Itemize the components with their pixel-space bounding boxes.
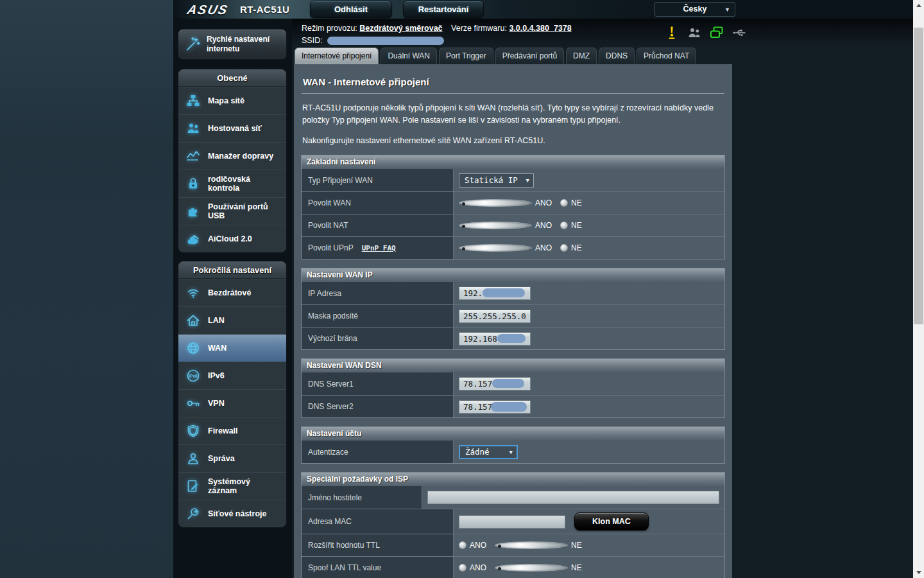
guest-network-icon (184, 119, 203, 137)
sidebar-item-wan[interactable]: WAN (178, 334, 286, 362)
language-select[interactable]: Česky (654, 2, 735, 17)
dns2-redaction-blur (491, 402, 527, 412)
scrollbar-thumb[interactable] (914, 28, 923, 324)
puzzle-piece-icon (184, 202, 203, 220)
sidebar-item-guest-network[interactable]: Hostovaná síť (178, 114, 286, 142)
enable-nat-yes-radio[interactable] (459, 222, 532, 229)
sidebar-item-label: Používání portů USB (208, 202, 278, 221)
ipv6-icon: IPv6 (184, 367, 203, 385)
person-icon (184, 450, 203, 468)
mac-address-input[interactable] (459, 515, 565, 529)
sidebar-item-vpn[interactable]: VPN (178, 389, 286, 417)
radio-yes-label: ANO (535, 221, 552, 230)
enable-upnp-yes-radio[interactable] (459, 244, 532, 252)
sidebar-item-network-map[interactable]: Mapa sítě (178, 87, 286, 114)
house-icon (184, 311, 203, 329)
firmware-version-link[interactable]: 3.0.0.4.380_7378 (509, 24, 571, 33)
sidebar-item-wireless[interactable]: Bezdrátové (178, 279, 286, 306)
sidebar-item-system-log[interactable]: Systémový záznam (178, 472, 286, 500)
wireless-clients-icon[interactable] (687, 25, 702, 40)
tab-internet-connection[interactable]: Internetové připojení (295, 48, 379, 64)
extend-ttl-no-radio[interactable] (495, 541, 568, 549)
tab-ddns[interactable]: DDNS (599, 48, 635, 64)
wired-clients-icon[interactable] (709, 25, 724, 40)
row-wan-connection-type: Typ Připojení WAN Statická IP (302, 169, 724, 191)
internet-status-warning-icon[interactable] (664, 25, 680, 40)
row-mac-address: Adresa MAC Klon MAC (302, 509, 724, 534)
sidebar-item-label: Firewall (208, 426, 238, 435)
scrollbar-down-arrow-icon[interactable] (913, 567, 924, 578)
sidebar-item-label: Síťové nástroje (208, 509, 266, 518)
quick-setup-label: Rychlé nastavení internetu (207, 35, 282, 54)
sidebar-item-label: LAN (208, 316, 225, 325)
sidebar-item-label: Správa (208, 454, 235, 463)
sidebar-item-firewall[interactable]: Firewall (178, 417, 286, 444)
status-header: Režim provozu: Bezdrátový směrovač Verze… (292, 19, 913, 48)
field-label: Jméno hostitele (302, 486, 422, 509)
sidebar-item-administration[interactable]: Správa (178, 444, 286, 472)
scrollbar-up-arrow-icon[interactable] (913, 0, 924, 11)
row-dns-server2: DNS Server2 (302, 395, 724, 417)
sidebar-item-label: Systémový záznam (208, 477, 275, 496)
spoof-ttl-yes-radio[interactable] (459, 564, 466, 572)
sidebar-item-traffic-manager[interactable]: Manažer dopravy (178, 142, 286, 170)
field-label: Spoof LAN TTL value (302, 557, 454, 578)
sidebar-item-network-tools[interactable]: Síťové nástroje (178, 500, 286, 527)
operation-mode-link[interactable]: Bezdrátový směrovač (359, 24, 442, 33)
tab-dmz[interactable]: DMZ (566, 48, 597, 64)
section-isp-requirements: Speciální požadavky od ISP Jméno hostite… (301, 472, 725, 578)
page-title: WAN - Internetové připojení (302, 64, 724, 94)
router-admin-app: ASUS RT-AC51U Odhlásit Restartování Česk… (173, 0, 913, 578)
ssid-label: SSID: (302, 36, 323, 45)
main-area: Režim provozu: Bezdrátový směrovač Verze… (292, 19, 913, 578)
router-model: RT-AC51U (240, 4, 289, 15)
radio-no-label: NE (571, 541, 582, 550)
logout-button[interactable]: Odhlásit (310, 1, 392, 18)
row-ip-address: IP Adresa (302, 282, 724, 304)
tab-port-forwarding[interactable]: Předávání portů (495, 48, 564, 64)
radio-no-label: NE (571, 221, 582, 230)
ip-redaction-blur (483, 288, 525, 297)
enable-wan-yes-radio[interactable] (459, 199, 532, 207)
radio-yes-label: ANO (535, 198, 552, 207)
sidebar-item-aicloud[interactable]: AiCloud 2.0 (178, 225, 286, 252)
field-label: IP Adresa (302, 282, 454, 304)
enable-nat-no-radio[interactable] (560, 222, 568, 229)
spoof-ttl-no-radio[interactable] (495, 564, 568, 572)
field-label: Povolit UPnP (308, 243, 354, 252)
padlock-icon (184, 175, 203, 193)
section-title: Nastavení WAN DSN (301, 358, 725, 372)
sidebar-item-label: VPN (208, 399, 225, 408)
usb-device-icon[interactable] (732, 25, 747, 40)
authentication-select[interactable]: Žádné (459, 445, 518, 459)
tab-nat-passthrough[interactable]: Průchod NAT (637, 48, 696, 64)
field-label: Maska podsítě (302, 305, 454, 327)
field-label: Povolit WAN (302, 192, 454, 214)
host-name-input[interactable] (427, 491, 719, 504)
tab-port-trigger[interactable]: Port Trigger (439, 48, 493, 64)
globe-icon (184, 339, 203, 357)
reboot-button[interactable]: Restartování (403, 1, 484, 18)
ssid-redaction-blur (327, 37, 444, 45)
field-label: Typ Připojení WAN (302, 169, 454, 191)
scrollbar[interactable] (913, 0, 924, 578)
sidebar-item-lan[interactable]: LAN (178, 306, 286, 334)
extend-ttl-yes-radio[interactable] (459, 541, 466, 549)
radio-no-label: NE (571, 198, 582, 207)
key-icon (184, 394, 203, 412)
sidebar-item-label: Hostovaná síť (208, 124, 262, 133)
network-map-icon (184, 92, 203, 110)
row-enable-upnp: Povolit UPnP UPnP FAQ ANO NE (302, 236, 724, 259)
quick-internet-setup-button[interactable]: Rychlé nastavení internetu (178, 29, 287, 60)
wifi-icon (184, 284, 203, 302)
subnet-mask-input[interactable] (459, 310, 531, 323)
upnp-faq-link[interactable]: UPnP FAQ (362, 244, 396, 252)
clone-mac-button[interactable]: Klon MAC (574, 512, 649, 530)
sidebar-item-parental-control[interactable]: rodičovská kontrola (178, 170, 286, 197)
sidebar-item-usb-apps[interactable]: Používání portů USB (178, 197, 286, 225)
enable-upnp-no-radio[interactable] (560, 244, 568, 252)
tab-dual-wan[interactable]: Duální WAN (381, 48, 437, 64)
enable-wan-no-radio[interactable] (560, 199, 568, 207)
sidebar-item-ipv6[interactable]: IPv6 IPv6 (178, 362, 286, 389)
wan-type-select[interactable]: Statická IP (459, 173, 534, 188)
